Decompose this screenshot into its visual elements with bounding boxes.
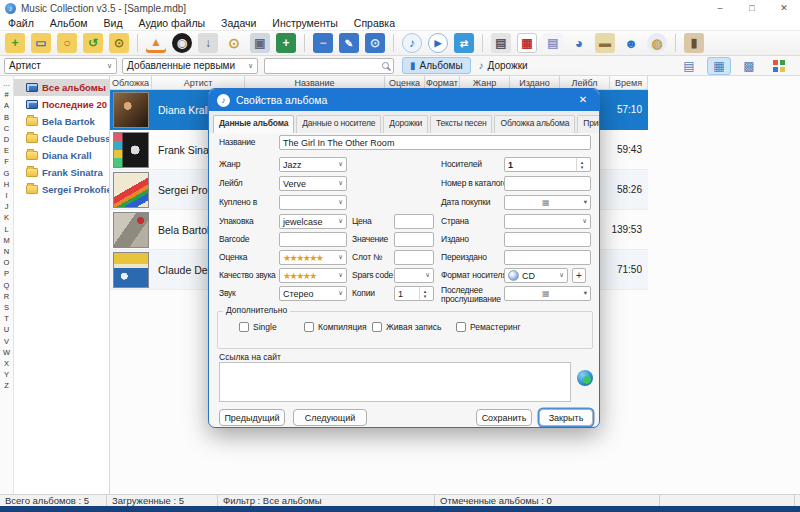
menu-file[interactable]: Файл — [8, 17, 34, 29]
website-textarea[interactable] — [219, 362, 571, 402]
restore-database-icon[interactable]: ↺ — [83, 33, 103, 53]
statistics-icon[interactable]: ◕ — [569, 33, 589, 53]
maximize-button[interactable]: □ — [736, 0, 768, 16]
previous-button[interactable]: Предыдущий — [219, 409, 285, 426]
new-database-icon[interactable]: + — [5, 33, 25, 53]
label-combo[interactable]: Verve ∨ — [279, 176, 347, 191]
card-catalog-icon[interactable]: ▬ — [595, 33, 615, 53]
internet-search-icon[interactable]: ⊙ — [224, 33, 244, 53]
sidebar-item-artist[interactable]: Claude Debussy — [14, 130, 109, 147]
globe-icon[interactable] — [577, 370, 593, 386]
column-header-time[interactable]: Время — [610, 76, 648, 89]
reissued-field[interactable] — [504, 250, 591, 265]
released-field[interactable] — [504, 232, 591, 247]
barcode-field[interactable] — [279, 232, 347, 247]
delete-album-icon[interactable]: − — [313, 33, 333, 53]
menu-help[interactable]: Справка — [354, 17, 395, 29]
search-box[interactable] — [264, 58, 394, 74]
cd-text-icon[interactable]: ◉ — [172, 33, 192, 53]
rating-combo[interactable]: ★★★★★★ ∨ — [279, 250, 347, 265]
sound-quality-combo[interactable]: ★★★★★ ∨ — [279, 268, 347, 283]
tab-media-data[interactable]: Данные о носителе — [296, 115, 381, 133]
menu-audio-files[interactable]: Аудио файлы — [139, 17, 206, 29]
last-played-picker[interactable]: ▦ ▾ — [504, 286, 591, 301]
sidebar-item-all-albums[interactable]: Все альбомы — [14, 79, 109, 96]
search-input[interactable] — [269, 60, 382, 71]
audio-player-icon[interactable]: ♪ — [402, 33, 422, 53]
menu-view[interactable]: Вид — [104, 17, 123, 29]
preview-album-icon[interactable]: ⊙ — [365, 33, 385, 53]
sidebar-item-artist[interactable]: Bela Bartok — [14, 113, 109, 130]
sidebar-item-artist[interactable]: Frank Sinatra — [14, 164, 109, 181]
sort-by-combo[interactable]: Добавленные первыми ∨ — [122, 58, 258, 74]
random-play-icon[interactable]: ⇄ — [454, 33, 474, 53]
media-format-combo[interactable]: CD ∨ — [504, 268, 568, 283]
eject-cd-icon[interactable]: ▲ — [146, 33, 166, 53]
web-export-icon[interactable]: ◍ — [647, 33, 667, 53]
compilation-checkbox[interactable]: Компиляция — [304, 322, 367, 332]
tab-notes[interactable]: Примечания — [577, 115, 599, 133]
tab-lyrics[interactable]: Тексты песен — [430, 115, 492, 133]
live-recording-checkbox[interactable]: Живая запись — [372, 322, 441, 332]
purchase-date-picker[interactable]: ▦ ▾ — [504, 195, 591, 210]
reports-icon[interactable]: ▤ — [543, 33, 563, 53]
packaging-combo[interactable]: jewelcase ∨ — [279, 214, 347, 229]
import-files-icon[interactable]: ↓ — [198, 33, 218, 53]
spars-code-combo[interactable]: ∨ — [394, 268, 434, 283]
add-media-format-button[interactable]: + — [572, 268, 586, 283]
loan-calendar-icon[interactable]: ▦ — [517, 33, 537, 53]
single-checkbox[interactable]: Single — [239, 322, 277, 332]
spinner-arrows-icon[interactable]: ▴▾ — [419, 287, 430, 300]
repair-database-icon[interactable]: ○ — [57, 33, 77, 53]
list-view-button[interactable]: ▦ — [707, 57, 731, 75]
slot-field[interactable] — [394, 250, 434, 265]
tab-cover[interactable]: Обложка альбома — [494, 115, 575, 133]
albums-toggle[interactable]: ▮ Альбомы — [402, 57, 471, 74]
edit-album-icon[interactable]: ✎ — [339, 33, 359, 53]
remastered-checkbox[interactable]: Ремастеринг — [456, 322, 521, 332]
tracks-toggle[interactable]: ♪ Дорожки — [471, 57, 536, 74]
search-icon[interactable] — [382, 62, 389, 69]
menu-tools[interactable]: Инструменты — [272, 17, 337, 29]
grid-view-button[interactable]: ▩ — [737, 57, 761, 75]
find-in-database-icon[interactable]: ⊙ — [109, 33, 129, 53]
calendar-icon: ▦ — [542, 289, 550, 298]
column-header-cover[interactable]: Обложка — [110, 76, 152, 89]
alphabet-index[interactable]: … # A B C D E F G H I J K L M N O P Q R … — [0, 76, 14, 494]
sidebar-item-artist[interactable]: Sergei Prokofiev — [14, 181, 109, 198]
genre-combo[interactable]: Jazz ∨ — [279, 157, 347, 172]
close-dialog-button[interactable]: Закрыть — [539, 409, 593, 426]
value-field[interactable] — [394, 232, 434, 247]
play-icon[interactable]: ▶ — [428, 33, 448, 53]
menu-tasks[interactable]: Задачи — [221, 17, 256, 29]
contacts-icon[interactable]: ☻ — [621, 33, 641, 53]
save-button[interactable]: Сохранить — [476, 409, 532, 426]
report-view-button[interactable]: ▤ — [677, 57, 701, 75]
print-icon[interactable]: ▤ — [491, 33, 511, 53]
country-combo[interactable]: ∨ — [504, 214, 591, 229]
tab-tracks[interactable]: Дорожки — [383, 115, 428, 133]
catalog-no-field[interactable] — [504, 176, 591, 191]
open-database-icon[interactable]: ▭ — [31, 33, 51, 53]
price-label: Цена — [352, 216, 372, 226]
purchased-at-combo[interactable]: ∨ — [279, 195, 347, 210]
add-album-icon[interactable]: + — [276, 33, 296, 53]
sidebar-item-last-20[interactable]: Последние 20 альбо... — [14, 96, 109, 113]
sidebar-item-artist[interactable]: Diana Krall — [14, 147, 109, 164]
dialog-close-icon[interactable]: ✕ — [567, 89, 599, 111]
exit-icon[interactable]: ▮ — [684, 33, 704, 53]
title-field[interactable]: The Girl In The Other Room — [279, 135, 591, 150]
tab-album-data[interactable]: Данные альбома — [213, 115, 294, 133]
media-count-stepper[interactable]: 1 ▴▾ — [504, 157, 591, 172]
menu-album[interactable]: Альбом — [50, 17, 88, 29]
spinner-arrows-icon[interactable]: ▴▾ — [576, 158, 587, 171]
close-button[interactable]: ✕ — [768, 0, 800, 16]
scan-cover-icon[interactable]: ▣ — [250, 33, 270, 53]
tiles-view-button[interactable] — [767, 57, 791, 75]
group-by-combo[interactable]: Артист ∨ — [4, 58, 117, 74]
sound-combo[interactable]: Стерео ∨ — [279, 286, 347, 301]
minimize-button[interactable]: – — [704, 0, 736, 16]
next-button[interactable]: Следующий — [293, 409, 367, 426]
price-field[interactable] — [394, 214, 434, 229]
copies-stepper[interactable]: 1 ▴▾ — [394, 286, 434, 301]
